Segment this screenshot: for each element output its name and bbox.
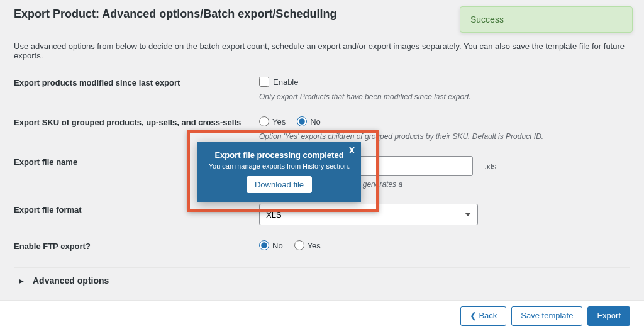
- ftp-yes-label: Yes: [308, 241, 321, 250]
- enable-checkbox-label: Enable: [273, 77, 298, 87]
- accordion-advanced-options[interactable]: ▶ Advanced options: [14, 267, 630, 293]
- ftp-no-radio[interactable]: [259, 240, 269, 250]
- close-icon[interactable]: X: [349, 145, 355, 155]
- ftp-no-label: No: [272, 241, 283, 250]
- export-complete-modal: X Export file processing completed You c…: [197, 142, 361, 202]
- field-file-format: Export file format XLS: [14, 204, 630, 231]
- ftp-no-radio-wrap[interactable]: No: [259, 240, 283, 250]
- ftp-yes-radio[interactable]: [294, 240, 304, 250]
- sku-yes-radio-wrap[interactable]: Yes: [259, 116, 286, 126]
- back-button[interactable]: ❮ Back: [460, 306, 507, 326]
- accordion-label: Advanced options: [33, 276, 109, 286]
- chevron-left-icon: ❮: [470, 311, 477, 320]
- ftp-yes-radio-wrap[interactable]: Yes: [294, 240, 321, 250]
- hint-sku-grouped: Option 'Yes' exports children of grouped…: [259, 132, 630, 141]
- hint-modified-since: Only export Products that have been modi…: [259, 92, 630, 101]
- back-button-label: Back: [479, 311, 497, 320]
- field-modified-since: Export products modified since last expo…: [14, 77, 630, 108]
- field-ftp-export: Enable FTP export? No Yes: [14, 240, 630, 259]
- modal-title: Export file processing completed: [206, 150, 352, 160]
- sku-yes-radio[interactable]: [259, 116, 269, 126]
- file-format-select[interactable]: XLS: [259, 204, 478, 225]
- sku-no-radio-wrap[interactable]: No: [297, 116, 321, 126]
- footer-bar: ❮ Back Save template Export: [0, 300, 644, 334]
- enable-checkbox[interactable]: [259, 77, 269, 87]
- sku-yes-label: Yes: [272, 117, 286, 126]
- file-ext-label: .xls: [475, 162, 497, 171]
- modal-subtext: You can manage exports from History sect…: [206, 162, 352, 170]
- enable-checkbox-wrap[interactable]: Enable: [259, 77, 298, 87]
- field-label-ftp-export: Enable FTP export?: [14, 240, 259, 252]
- save-template-button[interactable]: Save template: [511, 306, 582, 326]
- field-label-file-format: Export file format: [14, 204, 259, 225]
- download-file-button[interactable]: Download file: [247, 176, 312, 193]
- field-label-sku-grouped: Export SKU of grouped products, up-sells…: [14, 116, 259, 141]
- sku-no-label: No: [310, 117, 321, 126]
- caret-right-icon: ▶: [19, 277, 24, 284]
- toast-text: Success: [470, 14, 504, 25]
- sku-no-radio[interactable]: [297, 116, 307, 126]
- intro-text: Use advanced options from below to decid…: [14, 42, 630, 60]
- success-toast: Success: [460, 6, 633, 33]
- field-label-modified-since: Export products modified since last expo…: [14, 77, 259, 101]
- export-button[interactable]: Export: [587, 306, 630, 326]
